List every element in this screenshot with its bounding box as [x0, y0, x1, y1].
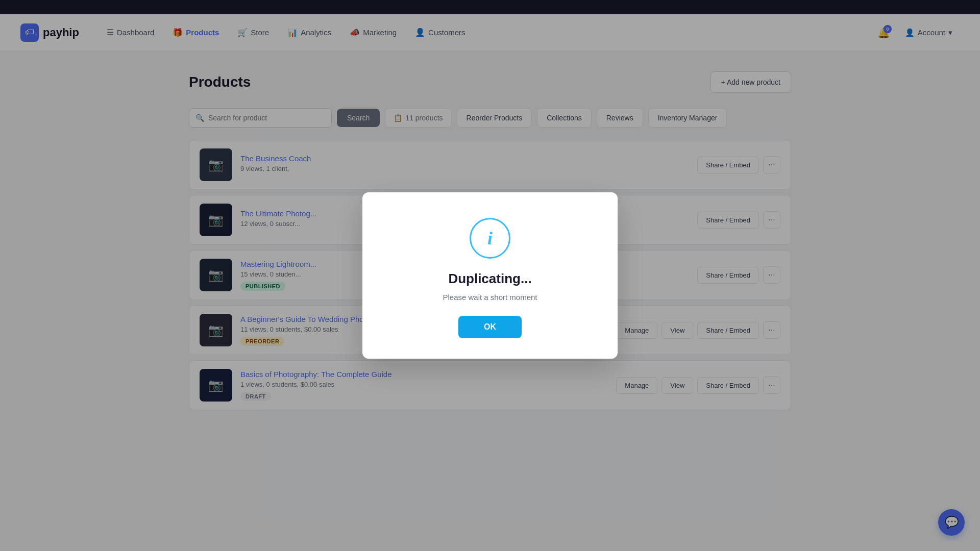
modal-info-icon: i	[470, 218, 510, 259]
modal-desc: Please wait a short moment	[383, 293, 597, 302]
modal-title: Duplicating...	[383, 271, 597, 287]
modal-ok-button[interactable]: OK	[458, 316, 522, 338]
modal-overlay: i Duplicating... Please wait a short mom…	[0, 0, 980, 551]
duplicating-modal: i Duplicating... Please wait a short mom…	[362, 192, 618, 359]
